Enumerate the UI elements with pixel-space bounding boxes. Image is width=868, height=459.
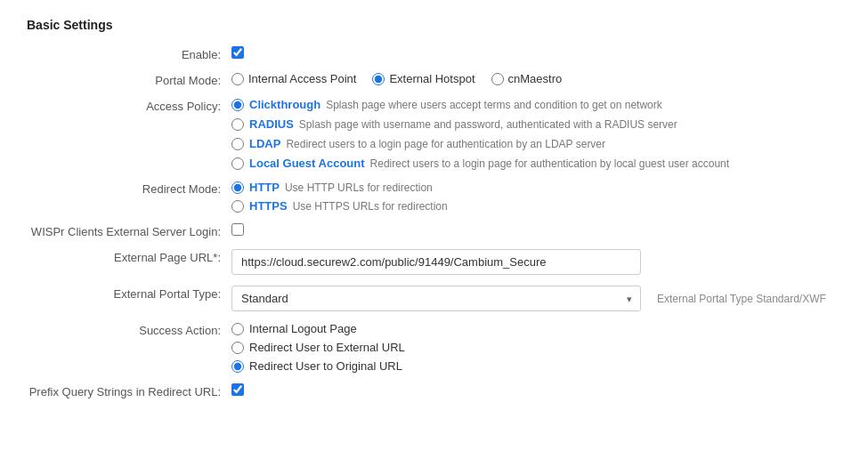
portal-mode-ext-label[interactable]: External Hotspot (389, 72, 475, 85)
success-action-logout-radio[interactable] (231, 323, 244, 335)
enable-row: Enable: (27, 46, 841, 61)
redirect-mode-label: Redirect Mode: (27, 181, 231, 196)
portal-type-inline: Standard XWF ▾ External Portal Type Stan… (231, 286, 841, 311)
portal-type-row: External Portal Type: Standard XWF ▾ Ext… (27, 286, 841, 311)
success-action-orig[interactable]: Redirect User to Original URL (231, 359, 841, 373)
success-action-label: Success Action: (27, 322, 231, 337)
ldap-desc: Redirect users to a login page for authe… (286, 138, 605, 150)
prefix-query-label: Prefix Query Strings in Redirect URL: (27, 383, 231, 399)
redirect-https-radio[interactable] (231, 200, 244, 213)
local-guest-desc: Redirect users to a login page for authe… (370, 157, 730, 170)
access-policy-radius-label[interactable]: RADIUS (249, 117, 294, 131)
section-title: Basic Settings (27, 18, 841, 32)
portal-type-note: External Portal Type Standard/XWF (657, 293, 826, 305)
access-policy-ldap-radio[interactable] (231, 138, 244, 150)
prefix-query-checkbox[interactable] (231, 383, 244, 396)
success-action-orig-label[interactable]: Redirect User to Original URL (249, 359, 402, 373)
success-action-logout[interactable]: Internal Logout Page (231, 322, 841, 335)
external-url-row: External Page URL*: (27, 249, 841, 275)
https-name: HTTPS (249, 199, 288, 213)
portal-type-select-wrapper: Standard XWF ▾ (231, 286, 641, 311)
https-desc: Use HTTPS URLs for redirection (293, 200, 448, 213)
enable-checkbox-row (231, 46, 841, 59)
enable-content (231, 46, 841, 59)
external-url-content (231, 249, 841, 275)
redirect-https[interactable]: HTTPS Use HTTPS URLs for redirection (231, 199, 841, 213)
prefix-query-row: Prefix Query Strings in Redirect URL: (27, 383, 841, 399)
http-name: HTTP (249, 181, 280, 194)
prefix-query-checkbox-row (231, 383, 841, 396)
redirect-http-label[interactable]: HTTP (249, 181, 280, 194)
access-policy-radius[interactable]: RADIUS Splash page with username and pas… (231, 117, 841, 131)
redirect-http-radio[interactable] (231, 181, 244, 194)
access-policy-ldap-label[interactable]: LDAP (249, 137, 280, 150)
http-desc: Use HTTP URLs for redirection (285, 181, 433, 194)
access-policy-group: Clickthrough Splash page where users acc… (231, 98, 841, 170)
portal-type-label: External Portal Type: (27, 286, 231, 301)
access-policy-clickthrough[interactable]: Clickthrough Splash page where users acc… (231, 98, 841, 111)
wispr-checkbox[interactable] (231, 223, 244, 236)
local-guest-name: Local Guest Account (249, 157, 365, 170)
portal-mode-cn-radio[interactable] (491, 73, 504, 85)
portal-mode-iap-radio[interactable] (231, 73, 244, 85)
access-policy-row: Access Policy: Clickthrough Splash page … (27, 98, 841, 170)
external-url-label: External Page URL*: (27, 249, 231, 264)
redirect-mode-group: HTTP Use HTTP URLs for redirection HTTPS… (231, 181, 841, 213)
access-policy-local-guest-radio[interactable] (231, 157, 244, 170)
success-action-ext[interactable]: Redirect User to External URL (231, 341, 841, 354)
clickthrough-name: Clickthrough (249, 98, 320, 111)
portal-mode-label: Portal Mode: (27, 72, 231, 87)
access-policy-local-guest-label[interactable]: Local Guest Account (249, 157, 365, 170)
wispr-label: WISPr Clients External Server Login: (27, 223, 231, 238)
access-policy-label: Access Policy: (27, 98, 231, 113)
portal-mode-ext-radio[interactable] (372, 73, 385, 85)
radius-name: RADIUS (249, 117, 294, 131)
success-action-row: Success Action: Internal Logout Page Red… (27, 322, 841, 373)
success-action-ext-label[interactable]: Redirect User to External URL (249, 341, 405, 354)
portal-mode-group: Internal Access Point External Hotspot c… (231, 72, 841, 85)
redirect-mode-row: Redirect Mode: HTTP Use HTTP URLs for re… (27, 181, 841, 213)
redirect-mode-content: HTTP Use HTTP URLs for redirection HTTPS… (231, 181, 841, 213)
portal-type-select[interactable]: Standard XWF (231, 286, 641, 311)
portal-mode-iap-label[interactable]: Internal Access Point (248, 72, 356, 85)
wispr-row: WISPr Clients External Server Login: (27, 223, 841, 238)
portal-mode-content: Internal Access Point External Hotspot c… (231, 72, 841, 85)
external-url-input[interactable] (231, 249, 641, 275)
redirect-https-label[interactable]: HTTPS (249, 199, 288, 213)
access-policy-clickthrough-label[interactable]: Clickthrough (249, 98, 320, 111)
success-action-orig-radio[interactable] (231, 360, 244, 373)
portal-mode-cn-label[interactable]: cnMaestro (508, 72, 563, 85)
success-action-logout-label[interactable]: Internal Logout Page (249, 322, 357, 335)
ldap-name: LDAP (249, 137, 280, 150)
access-policy-radius-radio[interactable] (231, 118, 244, 131)
portal-type-content: Standard XWF ▾ External Portal Type Stan… (231, 286, 841, 311)
access-policy-clickthrough-radio[interactable] (231, 99, 244, 111)
portal-mode-row: Portal Mode: Internal Access Point Exter… (27, 72, 841, 87)
success-action-content: Internal Logout Page Redirect User to Ex… (231, 322, 841, 373)
enable-label: Enable: (27, 46, 231, 61)
success-action-ext-radio[interactable] (231, 342, 244, 354)
redirect-http[interactable]: HTTP Use HTTP URLs for redirection (231, 181, 841, 194)
success-action-group: Internal Logout Page Redirect User to Ex… (231, 322, 841, 373)
portal-mode-iap[interactable]: Internal Access Point (231, 72, 356, 85)
radius-desc: Splash page with username and password, … (299, 118, 677, 131)
portal-mode-cn[interactable]: cnMaestro (491, 72, 563, 85)
portal-mode-ext[interactable]: External Hotspot (372, 72, 475, 85)
enable-checkbox[interactable] (231, 46, 244, 59)
wispr-checkbox-row (231, 223, 841, 236)
clickthrough-desc: Splash page where users accept terms and… (326, 99, 662, 111)
access-policy-content: Clickthrough Splash page where users acc… (231, 98, 841, 170)
access-policy-local-guest[interactable]: Local Guest Account Redirect users to a … (231, 157, 841, 170)
wispr-content (231, 223, 841, 236)
prefix-query-content (231, 383, 841, 396)
access-policy-ldap[interactable]: LDAP Redirect users to a login page for … (231, 137, 841, 150)
